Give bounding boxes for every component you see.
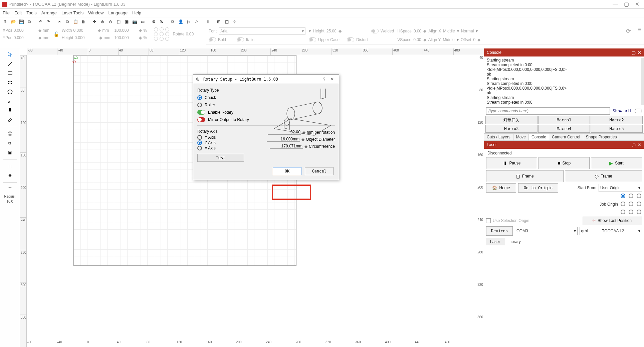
console-input[interactable] [486,107,610,115]
spinner-icon[interactable]: ◆ [423,29,426,33]
device-select[interactable]: grbl TOOCAA L2▾ [580,227,642,235]
radius-tool-icon[interactable]: ⌒ [6,185,14,193]
chuck-radio[interactable] [197,95,202,100]
anchor-grid[interactable] [154,27,170,41]
macro-button-5[interactable]: Macro5 [591,125,643,133]
close-icon[interactable]: ✕ [638,50,641,55]
aaxis-radio[interactable] [197,146,202,150]
frame2-button[interactable]: ◌Frame [565,170,642,182]
cancel-button[interactable]: Cancel [305,167,334,175]
hspace-value[interactable]: 0.00 [414,29,421,33]
ypos-value[interactable]: 0.000 [14,35,37,40]
cut-icon[interactable]: ✂ [56,18,63,25]
normal-value[interactable]: Normal [461,29,474,33]
play-icon[interactable]: ▷ [185,18,192,25]
line-tool-icon[interactable] [6,60,14,68]
width-value[interactable]: 0.000 [73,28,96,33]
text-tool-icon[interactable]: A [6,97,14,105]
macro-button-0[interactable]: 灯带开关 [485,116,538,124]
menu-tools[interactable]: Tools [26,10,36,15]
weld-tool-icon[interactable]: ⧉ [6,139,14,147]
bold-toggle[interactable] [209,37,216,42]
variable-text-icon[interactable]: ☰ [638,27,641,32]
menu-help[interactable]: Help [132,10,141,15]
tab-shape-properties[interactable]: Shape Properties [583,134,620,140]
origin-icon[interactable]: ⊹ [231,18,238,25]
open-icon[interactable]: 📂 [10,18,17,25]
spinner-icon[interactable]: ◆ [423,37,426,42]
spinner-icon[interactable]: ◆ [477,37,480,42]
group-icon[interactable]: ⧉ [169,18,176,25]
vspace-value[interactable]: 0.00 [413,37,421,42]
edit-tool-icon[interactable] [6,116,14,124]
select-tool-icon[interactable] [6,50,14,59]
tab-move[interactable]: Move [513,134,529,140]
zoom-out-icon[interactable]: ⊖ [107,18,114,25]
polygon-tool-icon[interactable] [6,88,14,96]
enable-rotary-toggle[interactable] [197,110,205,115]
circumference-value[interactable]: 179.071mm [270,144,303,149]
menu-arrange[interactable]: Arrange [41,10,57,15]
macro-button-3[interactable]: Macro3 [485,125,538,133]
macro-button-1[interactable]: Macro1 [538,116,590,124]
macro-button-2[interactable]: Macro2 [591,116,643,124]
uppercase-toggle[interactable] [309,37,316,42]
offset-tool-icon[interactable] [6,130,14,138]
grid-icon[interactable]: ⊞ [215,18,222,25]
pause-button[interactable]: ⏸Pause [486,157,537,169]
italic-toggle[interactable] [237,37,244,42]
delete-icon[interactable]: 🗑 [80,18,87,25]
detach-icon[interactable]: ▢ [632,50,636,55]
array-tool-icon[interactable]: ⫶⫶ [6,162,14,170]
scrollbar[interactable] [641,58,644,105]
stop-button[interactable]: ■Stop [539,157,590,169]
aligny-value[interactable]: Middle [443,37,454,42]
tab-camera-control[interactable]: Camera Control [549,134,583,140]
spinner-icon[interactable]: ◆ [38,28,41,33]
pct1-value[interactable]: 100.000 [114,28,138,33]
menu-laser-tools[interactable]: Laser Tools [61,10,83,15]
port-select[interactable]: COM3▾ [515,227,578,235]
menu-window[interactable]: Window [88,10,103,15]
menu-language[interactable]: Language [108,10,128,15]
boolean-tool-icon[interactable]: ▣ [6,148,14,156]
zoom-sel-icon[interactable]: ▣ [123,18,130,25]
goto-origin-button[interactable]: Go to Origin [518,183,558,193]
ok-button[interactable]: OK [273,167,301,175]
welded-toggle[interactable] [371,29,379,33]
device-settings-icon[interactable]: 🛠 [158,18,165,25]
chevron-down-icon[interactable]: ▾ [457,37,459,42]
start-button[interactable]: ▶Start [591,157,642,169]
devices-button[interactable]: Devices [486,226,513,236]
person-icon[interactable]: 👤 [177,18,184,25]
zoom-frame-icon[interactable]: ⬚ [115,18,122,25]
lock-icon[interactable]: 🔓 [53,31,59,37]
radial-tool-icon[interactable]: ✺ [6,171,14,180]
import-icon[interactable]: ⧉ [26,18,33,25]
spinner-icon[interactable]: ◆ [139,35,142,40]
new-icon[interactable]: 🗎 [2,18,9,25]
job-origin-grid[interactable] [621,194,642,215]
warn-icon[interactable]: ⚠ [193,18,200,25]
tab-cuts-layers[interactable]: Cuts / Layers [484,134,513,140]
minimize-button[interactable]: — [613,1,618,7]
spinner-icon[interactable]: ◆ [304,144,307,149]
preview-icon[interactable]: ▭ [139,18,146,25]
spinner-icon[interactable]: ◆ [139,28,142,33]
zoom-in-icon[interactable]: ⊕ [99,18,106,25]
show-all-link[interactable]: Show all [611,109,633,113]
tab-console[interactable]: Console [529,134,549,140]
tab-laser[interactable]: Laser [486,238,504,245]
spinner-icon[interactable]: ◆ [38,35,41,40]
xpos-value[interactable]: 0.000 [14,28,37,33]
yaxis-radio[interactable] [197,135,202,140]
macro-button-4[interactable]: Macro4 [538,125,590,133]
show-last-position-button[interactable]: ⊹Show Last Position [582,216,642,225]
rect-tool-icon[interactable] [6,69,14,77]
spinner-icon[interactable]: ◆ [99,35,102,40]
tab-library[interactable]: Library [504,238,525,245]
camera-icon[interactable]: 📷 [131,18,138,25]
copy-icon[interactable]: ⧉ [64,18,71,25]
frame-button[interactable]: ▢Frame [486,170,564,182]
ellipse-tool-icon[interactable] [6,79,14,87]
